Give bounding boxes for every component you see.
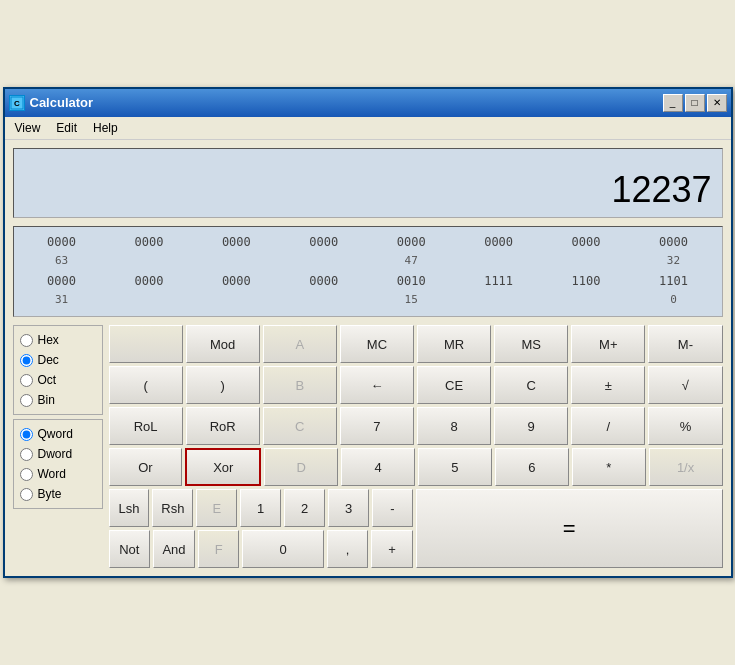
radio-word-label: Word: [38, 467, 66, 481]
radio-qword-input[interactable]: [20, 428, 33, 441]
equals-button[interactable]: =: [416, 489, 723, 568]
binary-row-2: 0000 31 0000 0000 0000 0010 15 1111: [22, 272, 714, 309]
calculator-window: C Calculator _ □ ✕ View Edit Help 12237 …: [3, 87, 733, 579]
binary-group-9: 0000: [109, 272, 189, 309]
title-bar: C Calculator _ □ ✕: [5, 89, 731, 117]
reciprocal-button[interactable]: 1/x: [649, 448, 723, 486]
not-button[interactable]: Not: [109, 530, 151, 568]
radio-dword-label: Dword: [38, 447, 73, 461]
radio-bin-label: Bin: [38, 393, 55, 407]
radio-dec-label: Dec: [38, 353, 59, 367]
radio-byte-input[interactable]: [20, 488, 33, 501]
or-button[interactable]: Or: [109, 448, 183, 486]
blank-space: [109, 325, 183, 363]
radio-byte[interactable]: Byte: [20, 484, 96, 504]
binary-group-1: 0000: [109, 233, 189, 270]
f-button[interactable]: F: [198, 530, 240, 568]
btn-row-2: ( ) B ← CE C ± √: [109, 366, 723, 404]
btn-row-5: Lsh Rsh E 1 2 3 -: [109, 489, 414, 527]
3-button[interactable]: 3: [328, 489, 369, 527]
2-button[interactable]: 2: [284, 489, 325, 527]
mplus-button[interactable]: M+: [571, 325, 645, 363]
radio-qword-label: Qword: [38, 427, 73, 441]
e-button[interactable]: E: [196, 489, 237, 527]
plus-button[interactable]: +: [371, 530, 413, 568]
rsh-button[interactable]: Rsh: [152, 489, 193, 527]
and-button[interactable]: And: [153, 530, 195, 568]
a-button[interactable]: A: [263, 325, 337, 363]
minus-button[interactable]: -: [372, 489, 413, 527]
radio-dec-input[interactable]: [20, 354, 33, 367]
plusminus-button[interactable]: ±: [571, 366, 645, 404]
4-button[interactable]: 4: [341, 448, 415, 486]
c2-button[interactable]: C: [263, 407, 337, 445]
button-grid: Mod A MC MR MS M+ M- ( ) B ← CE C ± √: [109, 325, 723, 568]
radio-bin[interactable]: Bin: [20, 390, 96, 410]
binary-group-6: 0000: [546, 233, 626, 270]
radio-oct[interactable]: Oct: [20, 370, 96, 390]
radio-oct-label: Oct: [38, 373, 57, 387]
radio-dword[interactable]: Dword: [20, 444, 96, 464]
binary-group-4: 0000 47: [371, 233, 451, 270]
ce-button[interactable]: CE: [417, 366, 491, 404]
mc-button[interactable]: MC: [340, 325, 414, 363]
7-button[interactable]: 7: [340, 407, 414, 445]
display-value: 12237: [611, 169, 711, 211]
sqrt-button[interactable]: √: [648, 366, 722, 404]
menu-edit[interactable]: Edit: [50, 119, 83, 137]
mod-button[interactable]: Mod: [186, 325, 260, 363]
6-button[interactable]: 6: [495, 448, 569, 486]
radio-bin-input[interactable]: [20, 394, 33, 407]
radio-qword[interactable]: Qword: [20, 424, 96, 444]
divide-button[interactable]: /: [571, 407, 645, 445]
binary-group-7: 0000 32: [633, 233, 713, 270]
radio-dec[interactable]: Dec: [20, 350, 96, 370]
8-button[interactable]: 8: [417, 407, 491, 445]
percent-button[interactable]: %: [648, 407, 722, 445]
1-button[interactable]: 1: [240, 489, 281, 527]
binary-group-11: 0000: [284, 272, 364, 309]
restore-button[interactable]: □: [685, 94, 705, 112]
close-button[interactable]: ✕: [707, 94, 727, 112]
0-button[interactable]: 0: [242, 530, 323, 568]
lparen-button[interactable]: (: [109, 366, 183, 404]
multiply-button[interactable]: *: [572, 448, 646, 486]
binary-group-5: 0000: [459, 233, 539, 270]
ror-button[interactable]: RoR: [186, 407, 260, 445]
lsh-button[interactable]: Lsh: [109, 489, 150, 527]
menu-view[interactable]: View: [9, 119, 47, 137]
ms-button[interactable]: MS: [494, 325, 568, 363]
left-panel: Hex Dec Oct Bin Qword: [13, 325, 103, 568]
c-button[interactable]: C: [494, 366, 568, 404]
xor-button[interactable]: Xor: [185, 448, 261, 486]
base-radio-section: Hex Dec Oct Bin: [13, 325, 103, 415]
mminus-button[interactable]: M-: [648, 325, 722, 363]
title-bar-left: C Calculator: [9, 95, 94, 111]
radio-word[interactable]: Word: [20, 464, 96, 484]
rparen-button[interactable]: ): [186, 366, 260, 404]
binary-group-8: 0000 31: [22, 272, 102, 309]
title-buttons: _ □ ✕: [663, 94, 727, 112]
b-button[interactable]: B: [263, 366, 337, 404]
radio-word-input[interactable]: [20, 468, 33, 481]
5-button[interactable]: 5: [418, 448, 492, 486]
radio-byte-label: Byte: [38, 487, 62, 501]
9-button[interactable]: 9: [494, 407, 568, 445]
backspace-button[interactable]: ←: [340, 366, 414, 404]
minimize-button[interactable]: _: [663, 94, 683, 112]
btn-row-4: Or Xor D 4 5 6 * 1/x: [109, 448, 723, 486]
mr-button[interactable]: MR: [417, 325, 491, 363]
radio-hex-input[interactable]: [20, 334, 33, 347]
binary-group-15: 1101 0: [633, 272, 713, 309]
btn-row-6: Not And F 0 , +: [109, 530, 414, 568]
radio-oct-input[interactable]: [20, 374, 33, 387]
btn-row-1: Mod A MC MR MS M+ M-: [109, 325, 723, 363]
menu-help[interactable]: Help: [87, 119, 124, 137]
binary-group-12: 0010 15: [371, 272, 451, 309]
comma-button[interactable]: ,: [327, 530, 369, 568]
rol-button[interactable]: RoL: [109, 407, 183, 445]
radio-hex[interactable]: Hex: [20, 330, 96, 350]
radio-dword-input[interactable]: [20, 448, 33, 461]
binary-group-2: 0000: [196, 233, 276, 270]
d-button[interactable]: D: [264, 448, 338, 486]
